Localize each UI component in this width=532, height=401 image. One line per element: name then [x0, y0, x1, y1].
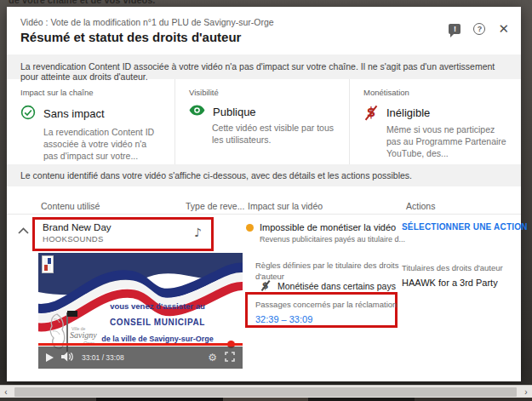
- rules-status-row: $ Monétisée dans certains pays: [260, 280, 396, 291]
- video-progress-bar[interactable]: [38, 343, 243, 346]
- card-visibility: Visibilité Publique Cette vidéo est visi…: [174, 79, 349, 175]
- scrollbar-thumb[interactable]: [14, 387, 517, 397]
- dialog-header-icons: ! ? ✕: [449, 23, 509, 35]
- monetized-some-countries-icon: $: [260, 280, 271, 291]
- impact-subtitle: Revenus publicitaires payés au titulaire…: [260, 235, 405, 243]
- horizontal-scrollbar[interactable]: ‹ ›: [0, 385, 532, 398]
- passages-label: Passages concernés par la réclamation: [255, 300, 395, 309]
- fullscreen-icon[interactable]: [225, 350, 235, 365]
- content-cell: Brand New Day HOOKSOUNDS: [43, 222, 112, 243]
- player-controls-bar: 33:01 / 33:08 ⚙: [38, 347, 243, 369]
- rules-status-text: Monétisée dans certains pays: [277, 281, 396, 291]
- video-player[interactable]: vous venez d'assister au CONSEIL MUNICIP…: [38, 253, 243, 369]
- page-title: Résumé et statut des droits d'auteur: [20, 30, 241, 44]
- gear-icon[interactable]: ⚙: [208, 352, 217, 363]
- feedback-icon[interactable]: !: [449, 24, 460, 34]
- card-label: Impact sur la chaîne: [20, 88, 163, 97]
- music-note-icon: ♪: [194, 226, 202, 239]
- city-crest-icon: [42, 255, 54, 273]
- dimmed-page-bottom-strip: [0, 398, 532, 401]
- logo-text-main: Savigny: [70, 330, 97, 340]
- select-action-label: SÉLECTIONNER UNE ACTION: [402, 222, 528, 232]
- annotation-box-content: Brand New Day HOOKSOUNDS ♪: [32, 217, 214, 251]
- annotation-box-passages: Passages concernés par la réclamation 32…: [245, 292, 398, 328]
- screen: de votre chaîne et de vos vidéos. Vidéo …: [0, 0, 532, 401]
- select-action-button[interactable]: SÉLECTIONNER UNE ACTION: [402, 222, 532, 232]
- column-header-impact: Impact sur la vidéo: [248, 201, 323, 211]
- scroll-right-arrow[interactable]: ›: [520, 387, 532, 398]
- summary-cards: Impact sur la chaîne Sans impact La reve…: [7, 79, 521, 164]
- help-icon[interactable]: ?: [473, 23, 485, 35]
- column-header-content: Contenu utilisé: [41, 201, 100, 211]
- card-status-row: $ Inéligible: [363, 105, 509, 120]
- dollar-slash-icon: $: [363, 105, 379, 120]
- status-dot-icon: [246, 224, 254, 232]
- copyright-summary-dialog: Vidéo : Vote de la modification n°1 du P…: [7, 7, 521, 381]
- claimed-song-title: Brand New Day: [43, 222, 112, 232]
- column-header-claim-type: Type de reve...: [186, 201, 244, 211]
- player-time: 33:01 / 33:08: [82, 353, 124, 362]
- claim-row: Brand New Day HOOKSOUNDS ♪ Impossible de…: [7, 215, 521, 381]
- claims-table-header: Contenu utilisé Type de reve... Impact s…: [7, 186, 521, 215]
- impact-title: Impossible de monétiser la vidéo: [260, 222, 396, 232]
- status-text: Publique: [213, 106, 256, 118]
- identified-content-banner: Le contenu identifié dans votre vidéo s'…: [7, 164, 521, 186]
- flag-icon: [67, 311, 77, 317]
- passages-timestamp-link[interactable]: 32:39 – 33:09: [255, 314, 395, 324]
- volume-icon[interactable]: [61, 350, 74, 365]
- claim-notice-banner: La revendication Content ID associée à v…: [7, 54, 521, 79]
- close-icon[interactable]: ✕: [498, 23, 509, 35]
- card-channel-impact: Impact sur la chaîne Sans impact La reve…: [7, 79, 174, 175]
- dimmed-page-background: de votre chaîne et de vos vidéos.: [0, 0, 532, 7]
- card-status-row: Sans impact: [20, 105, 163, 123]
- impact-status-row: Impossible de monétiser la vidéo: [246, 222, 396, 232]
- card-monetization: Monétisation $ Inéligible Même si vous n…: [349, 79, 521, 175]
- copyright-owners-label: Titulaires des droits d'auteur: [402, 263, 503, 272]
- status-text: Inéligible: [386, 106, 430, 119]
- card-description: La revendication Content ID associée à v…: [43, 126, 163, 163]
- chevron-up-icon[interactable]: [18, 222, 29, 238]
- eye-icon: [189, 105, 205, 118]
- scroll-left-arrow[interactable]: ‹: [0, 387, 12, 398]
- background-page-text: de votre chaîne et de vos vidéos.: [9, 0, 155, 5]
- play-icon[interactable]: [46, 353, 54, 362]
- check-circle-icon: [20, 105, 36, 123]
- copyright-owners-value: HAAWK for a 3rd Party: [402, 278, 498, 288]
- video-label: Vidéo : Vote de la modification n°1 du P…: [20, 17, 274, 27]
- claimed-song-owner: HOOKSOUNDS: [43, 234, 112, 243]
- column-header-actions: Actions: [406, 201, 435, 211]
- card-label: Visibilité: [189, 88, 337, 97]
- card-description: Même si vous ne participez pas au Progra…: [386, 123, 509, 160]
- card-status-row: Publique: [189, 105, 337, 118]
- rules-label: Règles définies par le titulaire des dro…: [255, 261, 410, 283]
- card-label: Monétisation: [363, 88, 509, 97]
- status-text: Sans impact: [43, 107, 105, 120]
- card-description: Cette vidéo est visible par tous les uti…: [212, 122, 337, 146]
